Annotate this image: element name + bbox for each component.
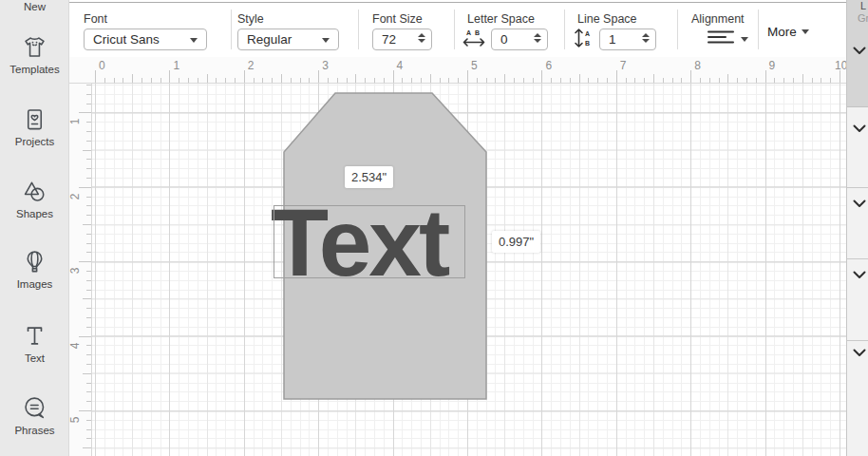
ruler-tick: [746, 78, 747, 84]
ruler-tick: [151, 78, 152, 84]
panel-expand-chevron-icon[interactable]: [853, 344, 866, 352]
ruler-tick: [86, 420, 92, 421]
ruler-tick: [672, 78, 673, 84]
selection-bounding-box[interactable]: [274, 205, 465, 278]
ruler-tick: [86, 104, 92, 104]
sidebar-item-label: Projects: [0, 136, 69, 147]
ruler-tick: [541, 70, 542, 83]
ruler-tick: [337, 78, 338, 84]
ruler-number: 0: [99, 60, 105, 71]
ruler-number: 4: [397, 60, 404, 71]
font-dropdown[interactable]: Cricut Sans: [84, 28, 207, 50]
ruler-tick: [347, 78, 348, 84]
alignment-button[interactable]: [707, 29, 748, 48]
right-panel-header-section: L Gr: [847, 0, 868, 107]
font-size-stepper[interactable]: [418, 33, 425, 43]
ruler-tick: [86, 429, 92, 430]
ruler-tick: [86, 252, 92, 253]
panel-expand-chevron-icon[interactable]: [853, 266, 866, 275]
toolbar-divider: [454, 10, 455, 49]
font-label: Font: [84, 12, 107, 26]
ruler-tick: [86, 94, 92, 95]
sidebar-item-label: Phrases: [0, 425, 69, 436]
ruler-number: 5: [69, 417, 81, 424]
ruler-tick: [281, 74, 282, 83]
font-size-input[interactable]: 72: [372, 28, 432, 50]
line-space-input[interactable]: 1: [599, 28, 656, 50]
ruler-tick: [570, 78, 571, 84]
ruler-tick: [812, 78, 813, 84]
chevron-down-icon: [741, 37, 748, 42]
ruler-tick: [384, 78, 385, 84]
ruler-tick: [169, 70, 170, 83]
panel-expand-chevron-icon[interactable]: [853, 120, 866, 128]
ruler-tick: [644, 78, 645, 84]
ruler-tick: [309, 78, 310, 84]
ruler-tick: [235, 78, 236, 84]
letter-space-stepper[interactable]: [534, 33, 541, 43]
sidebar-item-label: New: [0, 1, 69, 12]
panel-section-divider: [847, 258, 868, 259]
sidebar-item-templates[interactable]: Templates: [0, 34, 69, 75]
sidebar-item-shapes[interactable]: Shapes: [0, 179, 69, 219]
panel-expand-chevron-icon[interactable]: [853, 195, 866, 203]
ruler-tick: [681, 78, 682, 84]
project-card-heart-icon: [22, 106, 47, 132]
ruler-tick: [514, 78, 515, 84]
toolbar-divider: [758, 10, 759, 49]
sidebar-item-images[interactable]: Images: [0, 249, 69, 290]
ruler-tick: [86, 317, 92, 318]
panel-expand-chevron-icon[interactable]: [853, 42, 866, 50]
sidebar-item-text[interactable]: Text: [0, 323, 69, 364]
ruler-tick: [727, 74, 728, 83]
clipped-panel-text: L: [860, 0, 866, 11]
ruler-tick: [690, 70, 691, 83]
font-size-value: 72: [382, 32, 396, 47]
line-space-icon: AB: [574, 27, 594, 53]
canvas-grid[interactable]: Text 2.534" 0.997": [92, 84, 846, 456]
sidebar-item-label: Text: [0, 352, 69, 364]
more-button[interactable]: More: [767, 25, 809, 39]
ruler-tick: [402, 78, 403, 84]
ruler-tick: [83, 150, 91, 151]
ruler-tick: [821, 78, 821, 84]
ruler-tick: [86, 364, 92, 365]
ruler-tick: [86, 345, 92, 346]
stepper-up-icon: [534, 33, 541, 37]
panel-section-divider: [847, 187, 868, 188]
style-value: Regular: [247, 32, 292, 47]
ruler-tick: [86, 438, 92, 439]
style-dropdown[interactable]: Regular: [237, 28, 339, 50]
line-space-stepper[interactable]: [642, 33, 650, 43]
sidebar-item-projects[interactable]: Projects: [0, 106, 69, 147]
design-canvas[interactable]: 012345678910 12345 Text 2.534" 0.997": [69, 57, 846, 456]
vertical-ruler: 12345: [69, 84, 92, 456]
letter-space-label: Letter Space: [467, 12, 535, 26]
line-space-label: Line Space: [577, 12, 637, 26]
ruler-tick: [86, 141, 92, 142]
ruler-tick: [709, 78, 710, 84]
ruler-tick: [300, 78, 301, 84]
stepper-down-icon: [642, 39, 650, 43]
sidebar-item-phrases[interactable]: Phrases: [0, 395, 69, 436]
sidebar-item-new[interactable]: New: [0, 0, 69, 12]
ruler-tick: [86, 401, 92, 402]
ruler-tick: [79, 410, 91, 411]
ruler-tick: [86, 178, 92, 179]
letter-space-input[interactable]: 0: [491, 28, 548, 50]
ruler-tick: [160, 78, 161, 84]
ruler-tick: [328, 78, 329, 84]
ruler-tick: [86, 205, 92, 206]
ruler-number: 2: [248, 60, 255, 71]
ruler-tick: [86, 131, 92, 132]
ruler-tick: [104, 78, 105, 84]
font-value: Cricut Sans: [93, 32, 160, 47]
ruler-tick: [123, 78, 123, 84]
ruler-tick: [79, 336, 91, 337]
ruler-tick: [79, 187, 91, 188]
ruler-tick: [607, 78, 608, 84]
ruler-tick: [579, 74, 580, 83]
horizontal-ruler: 012345678910: [69, 57, 846, 84]
toolbar-divider: [358, 10, 359, 49]
ruler-tick: [756, 78, 757, 84]
